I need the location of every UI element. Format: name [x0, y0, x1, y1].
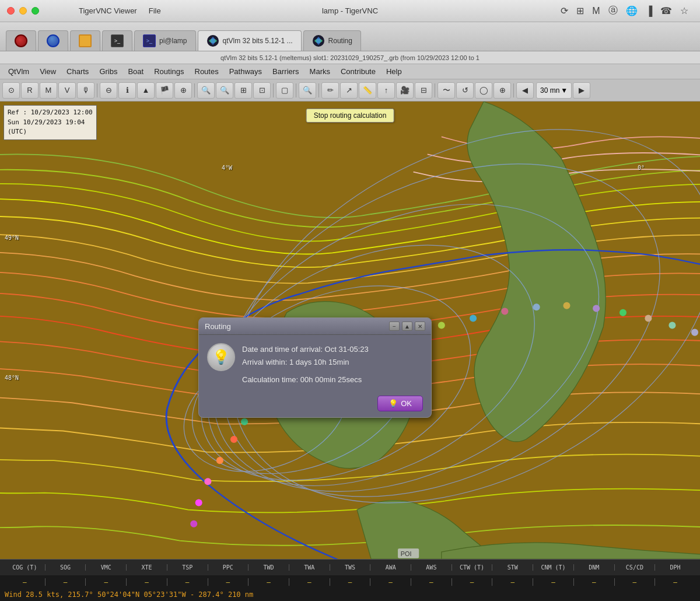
file-menu-item[interactable]: File: [144, 5, 166, 16]
toolbar-zoom-fit[interactable]: ⊞: [235, 82, 252, 99]
val-xte: —: [127, 578, 167, 586]
toolbar-btn-10[interactable]: ⊕: [174, 82, 192, 99]
tab-routing[interactable]: Routing: [303, 30, 361, 51]
menu-qtvlm[interactable]: QtVlm: [4, 66, 34, 77]
menu-help[interactable]: Help: [382, 66, 407, 77]
stop-routing-button[interactable]: Stop routing calculation: [306, 109, 394, 123]
menu-pathways[interactable]: Pathways: [225, 66, 267, 77]
toolbar-btn-print[interactable]: ⊟: [415, 82, 432, 99]
app-name-label[interactable]: TigerVNC Viewer: [74, 5, 142, 16]
toolbar-btn-weather[interactable]: 〜: [438, 82, 455, 99]
tab-bar: >_ >_ pi@lamp qtVlm 32 bits 5.12-1 ... R…: [0, 22, 700, 51]
col-ctw: CTW (T): [452, 564, 493, 571]
arrival-line: Date and time of arrival: Oct 31-05:23: [242, 343, 369, 356]
status-bar: COG (T) SOG VMC XTE TSP PPC TWD TWA TWS …: [0, 559, 700, 575]
dialog-title: Routing: [205, 322, 231, 331]
tab-globe[interactable]: [38, 30, 68, 51]
toolbar-sep-6: [435, 83, 435, 97]
menu-routings[interactable]: Routings: [149, 66, 188, 77]
tab-qtv[interactable]: qtVlm 32 bits 5.12-1 ...: [198, 30, 302, 51]
menu-contribute[interactable]: Contribute: [336, 66, 380, 77]
app-menubar: TigerVNC Viewer File: [74, 5, 166, 16]
menu-gribs[interactable]: Gribs: [94, 66, 122, 77]
coord-49n: 49°N: [5, 235, 19, 241]
toolbar-btn-route[interactable]: ↗: [340, 82, 358, 99]
toolbar-btn-mag[interactable]: 🔍: [299, 82, 316, 99]
toolbar-btn-1[interactable]: ⊙: [2, 82, 20, 99]
menu-marks[interactable]: Marks: [305, 66, 335, 77]
map-area[interactable]: POI Ref : 10/29/2023 12:00 Sun 10/29/202…: [0, 102, 700, 559]
toolbar-zoom-actual[interactable]: ⊡: [253, 82, 271, 99]
toolbar-btn-misc[interactable]: ⊕: [494, 82, 511, 99]
val-aws: —: [411, 578, 452, 586]
menu-bar: QtVlm View Charts Gribs Boat Routings Ro…: [0, 64, 700, 79]
val-dph: —: [655, 578, 695, 586]
tab-terminal2[interactable]: >_ pi@lamp: [134, 30, 196, 51]
dialog-close-button[interactable]: ✕: [415, 322, 425, 331]
time-dropdown[interactable]: 30 mn ▼: [536, 82, 572, 99]
toolbar-btn-8[interactable]: ▲: [137, 82, 155, 99]
minimize-button[interactable]: [19, 7, 27, 15]
fullscreen-button[interactable]: [32, 7, 39, 15]
toolbar-sep-3: [273, 83, 274, 97]
toolbar-btn-pen[interactable]: ✏: [321, 82, 339, 99]
val-twa: —: [289, 578, 330, 586]
dialog-titlebar: Routing − ▲ ✕: [199, 318, 431, 335]
tab-terminal1[interactable]: >_: [102, 30, 132, 51]
val-dnm: —: [574, 578, 615, 586]
menu-charts[interactable]: Charts: [62, 66, 93, 77]
menu-view[interactable]: View: [35, 66, 61, 77]
globe-icon: 🌐: [626, 5, 638, 16]
dialog-lightbulb-icon: 💡: [207, 343, 235, 371]
toolbar-btn-4[interactable]: V: [58, 82, 76, 99]
col-cscd: CS/CD: [615, 564, 656, 571]
menu-routes[interactable]: Routes: [190, 66, 223, 77]
toolbar-btn-up[interactable]: ↑: [377, 82, 395, 99]
toolbar-btn-3[interactable]: M: [40, 82, 57, 99]
toolbar-zoom-in[interactable]: 🔍: [197, 82, 215, 99]
val-vmc: —: [86, 578, 127, 586]
col-aws: AWS: [411, 564, 452, 571]
dialog-controls: − ▲ ✕: [389, 322, 425, 331]
coord-48n: 48°N: [5, 375, 19, 381]
status-columns: COG (T) SOG VMC XTE TSP PPC TWD TWA TWS …: [5, 564, 695, 571]
toolbar-btn-sel[interactable]: ▢: [276, 82, 293, 99]
toolbar-btn-next[interactable]: ▶: [573, 82, 590, 99]
traffic-lights[interactable]: [7, 7, 39, 15]
toolbar-btn-5[interactable]: 🎙: [77, 82, 94, 99]
toolbar-btn-7[interactable]: ℹ: [118, 82, 136, 99]
calc-time-line: Calculation time: 00h 00min 25secs: [242, 373, 369, 386]
ref-line1: Ref : 10/29/2023 12:00: [8, 108, 93, 118]
close-button[interactable]: [7, 7, 15, 15]
toolbar-btn-9[interactable]: 🏴: [156, 82, 173, 99]
toolbar-btn-cam[interactable]: 🎥: [396, 82, 414, 99]
toolbar-btn-6[interactable]: ⊖: [100, 82, 117, 99]
bottom-bar: Wind 28.5 kts, 215.7° 50°24'04"N 05°23'3…: [0, 588, 700, 601]
ok-icon: 💡: [388, 399, 398, 408]
subtitle-text: qtVlm 32 bits 5.12-1 (meltemus) slot1: 2…: [220, 54, 480, 61]
dialog-ok-button[interactable]: 💡 OK: [377, 396, 423, 411]
svg-point-11: [195, 499, 202, 506]
col-tsp: TSP: [167, 564, 208, 571]
svg-point-12: [204, 478, 211, 485]
menu-boat[interactable]: Boat: [123, 66, 148, 77]
toolbar-btn-prev[interactable]: ◀: [516, 82, 534, 99]
svg-point-10: [190, 520, 197, 527]
raspberry-icon: [15, 34, 27, 47]
map-ref-box: Ref : 10/29/2023 12:00 Sun 10/29/2023 19…: [4, 105, 97, 140]
tab-raspberry[interactable]: [6, 30, 36, 51]
dialog-maximize-button[interactable]: ▲: [402, 322, 412, 331]
menu-barriers[interactable]: Barriers: [268, 66, 304, 77]
toolbar-btn-circle[interactable]: ◯: [475, 82, 492, 99]
toolbar-sep-1: [97, 83, 97, 97]
toolbar-btn-measure[interactable]: 📏: [359, 82, 376, 99]
tab-folder[interactable]: [70, 30, 100, 51]
toolbar-zoom-out[interactable]: 🔍: [216, 82, 233, 99]
tab-pi-label: pi@lamp: [159, 37, 187, 45]
toolbar-btn-undo[interactable]: ↺: [456, 82, 474, 99]
window-title: lamp - TigerVNC: [322, 6, 378, 15]
dialog-minimize-button[interactable]: −: [389, 322, 400, 331]
val-stw: —: [492, 578, 533, 586]
titlebar: TigerVNC Viewer File lamp - TigerVNC ⟳ ⊞…: [0, 0, 700, 22]
toolbar-btn-2[interactable]: R: [21, 82, 38, 99]
